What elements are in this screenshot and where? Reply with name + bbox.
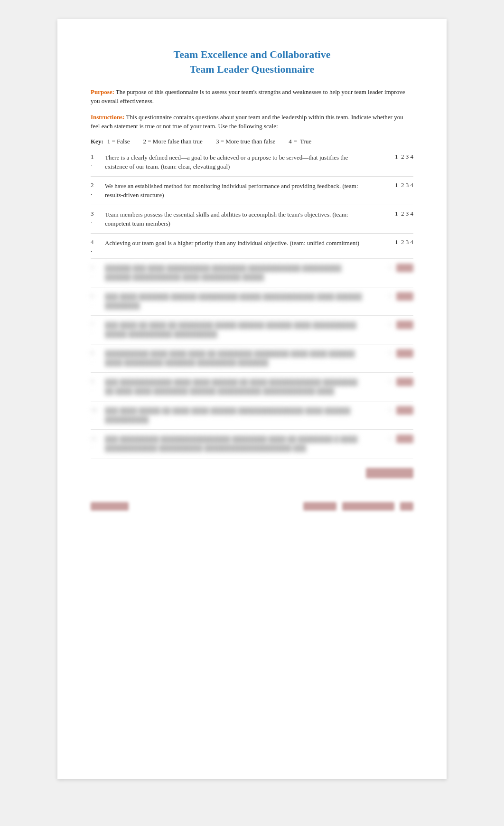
scale-item4: 4	[289, 138, 292, 145]
purpose-section: Purpose: The purpose of this questionnai…	[91, 87, 413, 106]
scale-item3: 3 = More true than false	[216, 138, 275, 145]
instructions-text: This questionnaire contains questions ab…	[91, 114, 403, 130]
question-text-7: ███ ████ ██ ████ ██ ████████ █████ █████…	[105, 315, 371, 344]
footer-prev-blurred[interactable]	[91, 502, 129, 511]
question-scale-11[interactable]: 1	[371, 429, 413, 458]
purpose-label: Purpose:	[91, 88, 114, 95]
question-text-1: There is a clearly defined need—a goal t…	[105, 148, 371, 177]
scale-key-label: Key:	[91, 138, 103, 145]
question-text-11: ███ █████████ ████████████████ ████████ …	[105, 429, 371, 458]
question-number-6: 6.	[91, 287, 105, 315]
question-scale-1[interactable]: 1 2 3 4	[371, 148, 413, 177]
instructions-label: Instructions:	[91, 114, 125, 121]
question-text-5: ██████ ███ ████ ██████████ ████████ ████…	[105, 258, 371, 287]
question-text-4: Achieving our team goal is a higher prio…	[105, 233, 371, 258]
footer	[91, 497, 413, 511]
question-number-4: 4.	[91, 233, 105, 258]
question-number-2: 2.	[91, 176, 105, 205]
scale-key-row: Key: 1 = False 2 = More false than true …	[91, 138, 413, 145]
footer-page-blurred	[400, 502, 413, 511]
scale-item1: 1 = False	[107, 138, 130, 145]
question-text-6: ███ ████ ███████ ██████ █████████ █████ …	[105, 287, 371, 315]
footer-save-blurred[interactable]	[303, 502, 336, 511]
question-scale-9[interactable]: 1	[371, 372, 413, 401]
purpose-text: The purpose of this questionnaire is to …	[91, 88, 405, 105]
scale-eq: =	[294, 138, 297, 145]
question-number-9: 9.	[91, 372, 105, 401]
question-number-7: 7.	[91, 315, 105, 344]
question-text-8: ██████████ ████ ████ ████ ██ ████████ ██…	[105, 344, 371, 372]
question-text-3: Team members possess the essential skill…	[105, 205, 371, 233]
question-number-3: 3.	[91, 205, 105, 233]
footer-right	[303, 502, 413, 511]
scale-true: True	[300, 138, 311, 145]
scale-item2: 2 = More false than true	[143, 138, 203, 145]
question-scale-3[interactable]: 1 2 3 4	[371, 205, 413, 233]
question-scale-6[interactable]: 1	[371, 287, 413, 315]
question-number-8: 8.	[91, 344, 105, 372]
question-scale-5[interactable]: 1	[371, 258, 413, 287]
question-text-10: ███ ████ █████ ██ ████ ████ ██████ █████…	[105, 401, 371, 429]
footer-submit-blurred[interactable]	[342, 502, 394, 511]
title-line1: Team Excellence and Collaborative	[91, 47, 413, 62]
question-number-11: 11.	[91, 429, 105, 458]
questions-table: 1.There is a clearly defined need—a goal…	[91, 148, 413, 458]
page-title: Team Excellence and Collaborative Team L…	[91, 47, 413, 77]
question-scale-8[interactable]: 1	[371, 344, 413, 372]
submit-area	[91, 468, 413, 478]
question-scale-4[interactable]: 1 2 3 4	[371, 233, 413, 258]
question-text-2: We have an established method for monito…	[105, 176, 371, 205]
question-number-10: 10.	[91, 401, 105, 429]
page: Team Excellence and Collaborative Team L…	[57, 19, 447, 779]
instructions-section: Instructions: This questionnaire contain…	[91, 113, 413, 131]
submit-blurred[interactable]	[366, 468, 413, 478]
question-number-5: 5.	[91, 258, 105, 287]
question-text-9: ███ ████████████ ████ ████ ██████ ██ ███…	[105, 372, 371, 401]
question-number-1: 1.	[91, 148, 105, 177]
title-line2: Team Leader Questionnaire	[91, 62, 413, 77]
question-scale-2[interactable]: 1 2 3 4	[371, 176, 413, 205]
question-scale-10[interactable]: 1	[371, 401, 413, 429]
question-scale-7[interactable]: 1	[371, 315, 413, 344]
scale-true-label: True	[300, 138, 311, 145]
